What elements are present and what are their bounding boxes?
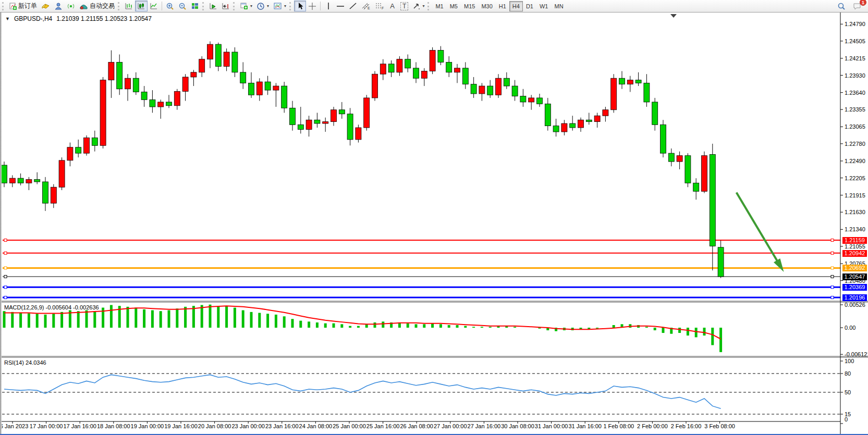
line-chart-icon [150, 2, 158, 10]
chart-canvas[interactable] [0, 13, 868, 435]
tile-windows-button[interactable] [189, 1, 201, 11]
vertical-line-icon [325, 2, 332, 10]
hline-handle [4, 296, 7, 299]
hline-handle [4, 239, 7, 242]
text-label-button[interactable]: T [398, 1, 410, 11]
timeframe-mn-button[interactable]: MN [551, 1, 566, 11]
timeframe-m1-button[interactable]: M1 [432, 1, 446, 11]
toolbar-separator [162, 2, 162, 10]
signals-button[interactable] [65, 1, 77, 11]
trend-arrow-head [774, 258, 784, 272]
bar-chart-icon [125, 2, 133, 10]
chevron-down-icon: ▾ [284, 4, 286, 8]
new-order-icon [9, 2, 17, 10]
auto-trading-label: 自动交易 [90, 2, 115, 10]
toolbar-separator [320, 2, 321, 10]
candlestick-chart-icon [137, 2, 145, 10]
bar-chart-button[interactable] [123, 1, 135, 11]
market-watch-button[interactable] [39, 1, 52, 11]
chart-shift-button[interactable] [219, 1, 232, 11]
rsi-line [4, 375, 721, 408]
equidistant-channel-icon: E [361, 2, 371, 10]
trend-arrow [737, 193, 780, 266]
window-left-border [0, 13, 2, 435]
equidistant-channel-button[interactable]: E [359, 1, 373, 11]
toolbar-grip[interactable] [202, 2, 205, 10]
notifications-button[interactable]: 1 [851, 1, 864, 11]
hline-handle [831, 275, 834, 278]
market-watch-icon [41, 2, 50, 10]
chart-symbol-period: GBPUSD-,H4 [14, 15, 52, 22]
toolbar-grip[interactable] [427, 2, 430, 10]
hline-handle [831, 267, 834, 269]
period-button[interactable]: ▾ [254, 1, 271, 11]
signals-icon [67, 2, 75, 10]
line-chart-button[interactable] [148, 1, 160, 11]
hline-handle [4, 286, 7, 289]
chart-shift-marker [670, 14, 677, 18]
toolbar: 新订单 自动交易 [0, 0, 868, 13]
search-icon [837, 2, 846, 10]
timeframe-d1-button[interactable]: D1 [523, 1, 536, 11]
toolbar-right: 1 [835, 1, 867, 11]
hline-handle [4, 252, 7, 254]
timeframe-h1-button[interactable]: H1 [496, 1, 509, 11]
horizontal-line-button[interactable] [334, 1, 347, 11]
cursor-button[interactable] [294, 1, 306, 11]
hline-handle [831, 286, 834, 289]
arrows-button[interactable]: ▾ [410, 1, 426, 11]
new-chart-button[interactable]: ▾ [238, 1, 254, 11]
hline-handle [831, 296, 834, 299]
chart-window[interactable]: ▼ GBPUSD-,H4 1.21039 1.21155 1.20523 1.2… [0, 13, 868, 435]
text-icon: A [390, 2, 395, 10]
candlestick-chart-button[interactable] [135, 1, 148, 11]
auto-scroll-button[interactable] [207, 1, 219, 11]
auto-trading-icon [79, 2, 88, 10]
zoom-in-icon [166, 2, 174, 10]
toolbar-grip[interactable] [289, 2, 292, 10]
timeframe-h4-button[interactable]: H4 [509, 1, 523, 11]
fibonacci-icon: F [375, 2, 384, 10]
new-order-button[interactable]: 新订单 [7, 1, 39, 11]
chevron-down-icon: ▾ [250, 4, 252, 8]
collapse-chart-icon[interactable]: ▼ [5, 16, 10, 21]
chart-title: ▼ GBPUSD-,H4 1.21039 1.21155 1.20523 1.2… [5, 15, 152, 22]
hline-handle [831, 239, 834, 242]
horizontal-line-icon [336, 2, 345, 10]
tile-windows-icon [191, 2, 199, 10]
arrows-icon [412, 2, 420, 10]
zoom-out-button[interactable] [176, 1, 189, 11]
auto-scroll-icon [209, 2, 217, 10]
timeframe-m30-button[interactable]: M30 [478, 1, 495, 11]
crosshair-button[interactable] [306, 1, 319, 11]
trendline-button[interactable] [347, 1, 359, 11]
auto-trading-button[interactable]: 自动交易 [77, 1, 117, 11]
zoom-in-button[interactable] [164, 1, 176, 11]
period-icon [256, 2, 265, 10]
data-window-button[interactable] [52, 1, 65, 11]
notification-badge: 1 [860, 0, 866, 6]
vertical-line-button[interactable] [322, 1, 334, 11]
crosshair-icon [308, 2, 316, 10]
svg-text:F: F [382, 6, 384, 10]
zoom-out-icon [178, 2, 187, 10]
candlestick-series [2, 41, 724, 278]
chart-ohlc-values: 1.21039 1.21155 1.20523 1.20547 [56, 15, 152, 22]
template-icon [273, 2, 282, 10]
timeframe-m5-button[interactable]: M5 [447, 1, 461, 11]
hline-handle [4, 275, 7, 278]
text-button[interactable]: A [386, 1, 398, 11]
hline-handle [831, 252, 834, 254]
fibonacci-button[interactable]: F [373, 1, 386, 11]
search-button[interactable] [835, 1, 848, 11]
mt4-window: 新订单 自动交易 [0, 0, 868, 435]
hline-handle [4, 267, 7, 269]
toolbar-grip[interactable] [2, 2, 5, 10]
new-order-label: 新订单 [18, 2, 37, 10]
template-button[interactable]: ▾ [271, 1, 288, 11]
timeframe-m15-button[interactable]: M15 [461, 1, 478, 11]
timeframe-w1-button[interactable]: W1 [536, 1, 552, 11]
toolbar-grip[interactable] [233, 2, 236, 10]
toolbar-grip[interactable] [118, 2, 120, 10]
svg-text:E: E [368, 6, 370, 10]
